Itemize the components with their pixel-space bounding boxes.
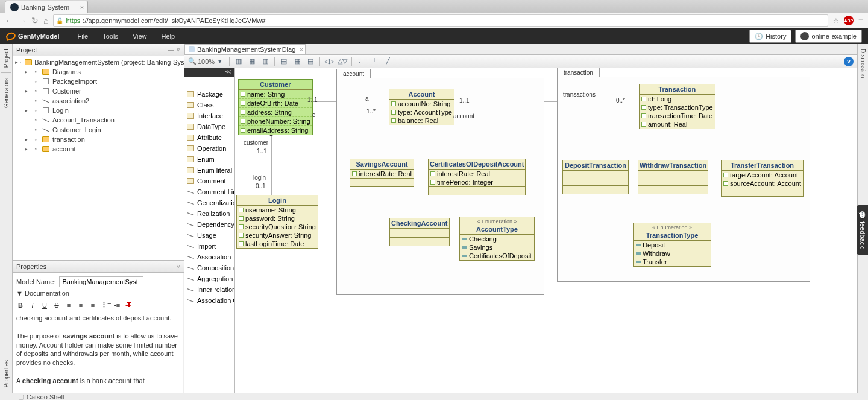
bookmark-icon[interactable]: ☆ [833, 17, 839, 25]
address-bar[interactable]: 🔒 https://app.genmymodel.com/edit/_skOyA… [53, 14, 828, 27]
url-protocol: https [66, 17, 80, 24]
home-icon[interactable]: ⌂ [43, 16, 48, 25]
reload-icon[interactable]: ↻ [31, 16, 39, 25]
history-label: History [766, 33, 786, 40]
history-icon: 🕓 [755, 33, 763, 40]
avatar [800, 32, 809, 40]
menu-icon[interactable]: ≡ [858, 16, 863, 25]
lock-icon: 🔒 [56, 17, 63, 24]
tab-title: Banking-System [21, 4, 69, 11]
app-topbar: GenMyModel File Tools View Help 🕓 Histor… [0, 28, 868, 44]
browser-tab-strip: Banking-System × [0, 0, 868, 13]
logo-text: GenMyModel [18, 33, 59, 40]
close-icon[interactable]: × [80, 4, 84, 11]
adblock-icon[interactable]: ABP [844, 16, 854, 25]
user-label: online-example [811, 33, 857, 40]
logo-icon [5, 31, 17, 41]
menu-view[interactable]: View [125, 30, 154, 42]
history-button[interactable]: 🕓 History [749, 30, 791, 43]
user-button[interactable]: online-example [795, 30, 862, 43]
menu-file[interactable]: File [70, 30, 95, 42]
browser-toolbar: ← → ↻ ⌂ 🔒 https://app.genmymodel.com/edi… [0, 13, 868, 28]
url-path: ://app.genmymodel.com/edit/_skOyANPAEeSy… [83, 17, 265, 24]
app-logo[interactable]: GenMyModel [6, 33, 59, 40]
menu-tools[interactable]: Tools [95, 30, 125, 42]
browser-action-icons: ☆ ABP ≡ [833, 16, 863, 25]
favicon-icon [10, 3, 19, 11]
back-icon[interactable]: ← [5, 16, 13, 25]
browser-tab[interactable]: Banking-System × [5, 1, 88, 13]
menu-help[interactable]: Help [154, 30, 183, 42]
forward-icon[interactable]: → [18, 16, 27, 25]
